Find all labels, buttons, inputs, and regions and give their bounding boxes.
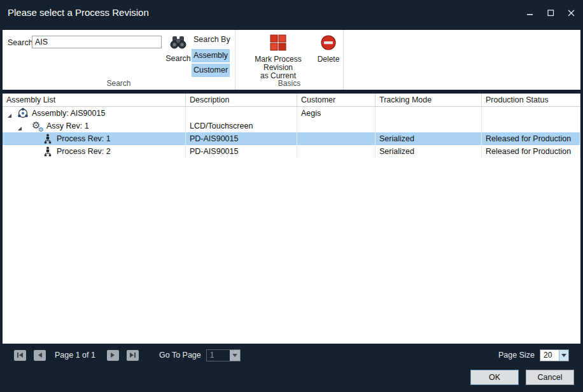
column-header-tracking-mode[interactable]: Tracking Mode bbox=[376, 94, 482, 106]
window-title: Please select a Process Revision bbox=[8, 0, 149, 25]
search-group-label: Search bbox=[3, 79, 235, 88]
first-page-button[interactable] bbox=[14, 350, 26, 361]
cell-customer bbox=[297, 132, 376, 145]
grid-header: Assembly List Description Customer Track… bbox=[3, 94, 580, 107]
ribbon-toolbar: Search Search Search By Asse bbox=[3, 30, 580, 90]
cell-production-status: Released for Production bbox=[482, 145, 580, 158]
go-to-page-input[interactable]: 1 bbox=[206, 349, 241, 361]
cell-customer: Aegis bbox=[297, 107, 376, 120]
cell-description: PD-AIS90015 bbox=[186, 132, 297, 145]
binoculars-icon bbox=[169, 41, 188, 52]
close-icon bbox=[568, 10, 575, 17]
expander-icon[interactable] bbox=[6, 110, 13, 116]
process-revision-grid: Assembly List Description Customer Track… bbox=[3, 94, 580, 344]
search-input[interactable] bbox=[32, 36, 162, 48]
dialog-window: Please select a Process Revision Search bbox=[0, 0, 583, 392]
cell-description: PD-AIS90015 bbox=[186, 145, 297, 158]
last-page-button[interactable] bbox=[127, 350, 139, 361]
column-header-customer[interactable]: Customer bbox=[297, 94, 376, 106]
column-header-assembly-list[interactable]: Assembly List bbox=[3, 94, 186, 106]
cell-production-status: Released for Production bbox=[482, 132, 580, 145]
ribbon-group-search: Search Search Search By Asse bbox=[3, 30, 235, 90]
maximize-icon bbox=[547, 10, 554, 17]
cell-description: LCD/Touchscreen bbox=[186, 120, 297, 132]
expander-icon[interactable] bbox=[17, 123, 23, 129]
cell-customer bbox=[297, 145, 376, 158]
go-to-page-value: 1 bbox=[207, 350, 230, 361]
minimize-icon bbox=[527, 10, 533, 16]
pager-bar: Page 1 of 1 Go To Page 1 Page Size 20 bbox=[3, 347, 580, 363]
close-button[interactable] bbox=[566, 8, 575, 17]
cell-description bbox=[186, 107, 297, 120]
page-indicator: Page 1 of 1 bbox=[55, 351, 95, 360]
search-button[interactable]: Search bbox=[164, 34, 192, 63]
grid-row-process-rev-1[interactable]: Process Rev: 1 PD-AIS90015 Serialized Re… bbox=[3, 132, 580, 145]
search-by-label: Search By bbox=[193, 35, 230, 44]
delete-icon bbox=[320, 42, 337, 53]
dialog-footer: OK Cancel bbox=[470, 370, 574, 385]
previous-page-icon bbox=[36, 352, 44, 358]
mark-current-icon bbox=[270, 42, 286, 53]
window-controls bbox=[526, 0, 575, 25]
cell-production-status bbox=[482, 120, 580, 132]
previous-page-button[interactable] bbox=[34, 350, 46, 361]
search-field-label: Search bbox=[8, 38, 33, 47]
go-to-page-label: Go To Page bbox=[159, 351, 201, 360]
last-page-icon bbox=[129, 352, 136, 358]
delete-button-label: Delete bbox=[316, 55, 341, 64]
assembly-icon bbox=[17, 108, 29, 119]
page-size-select[interactable]: 20 bbox=[540, 349, 569, 361]
next-page-button[interactable] bbox=[107, 350, 119, 361]
delete-button[interactable]: Delete bbox=[316, 34, 341, 64]
page-size-value: 20 bbox=[540, 350, 559, 361]
first-page-icon bbox=[17, 352, 24, 358]
column-header-production-status[interactable]: Production Status bbox=[482, 94, 580, 106]
row-label: Assembly: AIS90015 bbox=[32, 107, 105, 120]
column-header-description[interactable]: Description bbox=[186, 94, 297, 106]
row-label: Process Rev: 1 bbox=[57, 132, 111, 145]
row-label: Assy Rev: 1 bbox=[46, 120, 89, 132]
titlebar: Please select a Process Revision bbox=[0, 0, 583, 25]
process-icon bbox=[42, 133, 53, 144]
grid-row-process-rev-2[interactable]: Process Rev: 2 PD-AIS90015 Serialized Re… bbox=[3, 145, 580, 158]
page-size-dropdown-icon[interactable] bbox=[559, 350, 568, 361]
minimize-button[interactable] bbox=[526, 8, 535, 17]
next-page-icon bbox=[109, 352, 116, 358]
grid-row-assy-rev[interactable]: ⚙ ⚙ Assy Rev: 1 LCD/Touchscreen bbox=[3, 120, 580, 132]
search-by-assembly-button[interactable]: Assembly bbox=[192, 49, 230, 62]
cell-production-status bbox=[482, 107, 580, 120]
mark-current-button[interactable]: Mark Process Revision as Current bbox=[241, 34, 316, 80]
cell-tracking-mode bbox=[376, 107, 482, 120]
assy-rev-icon: ⚙ ⚙ bbox=[32, 120, 43, 132]
ribbon-group-basics: Mark Process Revision as Current Delete … bbox=[235, 30, 344, 90]
grid-row-assembly[interactable]: Assembly: AIS90015 Aegis bbox=[3, 107, 580, 120]
process-icon bbox=[42, 146, 53, 157]
row-label: Process Rev: 2 bbox=[57, 145, 111, 158]
cell-tracking-mode: Serialized bbox=[376, 132, 482, 145]
basics-group-label: Basics bbox=[235, 79, 343, 88]
search-button-label: Search bbox=[164, 54, 192, 63]
go-to-page-dropdown-icon[interactable] bbox=[230, 350, 240, 361]
cell-tracking-mode: Serialized bbox=[376, 145, 482, 158]
ok-button[interactable]: OK bbox=[470, 370, 519, 385]
mark-current-label-line1: Mark Process Revision bbox=[241, 55, 316, 72]
cancel-button[interactable]: Cancel bbox=[526, 370, 574, 385]
search-by-customer-button[interactable]: Customer bbox=[192, 64, 230, 77]
cell-tracking-mode bbox=[376, 120, 482, 132]
maximize-button[interactable] bbox=[546, 8, 555, 17]
page-size-label: Page Size bbox=[498, 351, 535, 360]
cell-customer bbox=[297, 120, 376, 132]
